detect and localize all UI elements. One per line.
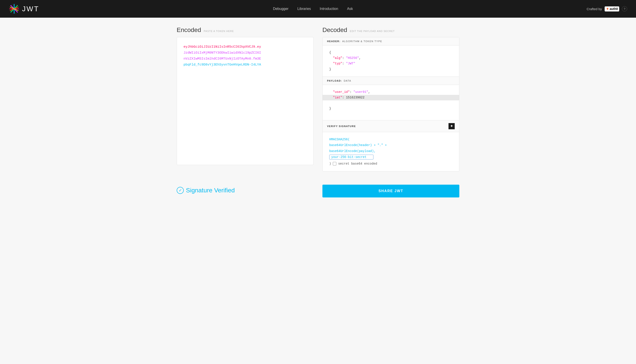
colon4: : — [342, 96, 346, 99]
colon1: : — [342, 56, 346, 60]
main-content: Encoded PASTE A TOKEN HERE eyJhbGciOiJIU… — [159, 18, 477, 180]
verify-footer: ) secret base64 encoded — [329, 161, 453, 167]
open-brace-header: { — [329, 51, 331, 54]
decoded-box: HEADER: ALGORITHM & TOKEN TYPE { "alg": … — [323, 37, 459, 172]
bottom-left: ✓ Signature Verified — [177, 180, 313, 198]
verify-body: HMACSHA256( base64UrlEncode(header) + ".… — [323, 132, 459, 171]
verify-label: VERIFY SIGNATURE — [327, 125, 356, 128]
iat-line: "iat": 1516239022 — [323, 95, 459, 100]
verify-expand-icon[interactable]: ✦ — [449, 123, 455, 129]
comma2: , — [368, 90, 370, 94]
comma1: , — [359, 56, 361, 60]
check-circle-icon: ✓ — [177, 187, 184, 194]
token-signature: pbqFld_fc9D8vYj3EhSyvnTGeHVqeLRDN-I4LYA — [183, 63, 261, 66]
user-id-key: "user_id" — [333, 90, 350, 94]
payload-body[interactable]: "user_id": "user01", "iat": 1516239022 } — [323, 85, 459, 120]
verify-section: VERIFY SIGNATURE ✦ HMACSHA256( base64Url… — [323, 120, 459, 171]
bottom-section: ✓ Signature Verified SHARE JWT — [159, 180, 477, 206]
auth0-star-icon: ✦ — [606, 7, 609, 11]
jwt-logo-icon — [9, 4, 20, 14]
colon3: : — [350, 90, 353, 94]
typ-key: "typ" — [333, 62, 342, 65]
encoded-box[interactable]: eyJhbGciOiJIUzI1NiIsInR5cCI6IkpXVCJ9.ey … — [177, 37, 313, 165]
nav-introduction[interactable]: Introduction — [320, 7, 338, 11]
iat-key: "iat" — [333, 96, 342, 99]
close-paren: ) — [329, 161, 331, 167]
hmac-line3: base64UrlEncode(payload), — [329, 148, 453, 154]
payload-label: PAYLOAD: — [327, 80, 342, 82]
token-header: eyJhbGciOiJIUzI1NiIsInR5cCI6IkpXVCJ9. — [183, 45, 257, 49]
help-button[interactable]: ? — [622, 6, 627, 12]
bottom-right: SHARE JWT — [323, 180, 459, 198]
decoded-panel: Decoded EDIT THE PAYLOAD AND SECRET HEAD… — [323, 26, 459, 172]
hmac-fn-name: HMACSHA256( — [329, 136, 453, 142]
signature-verified: ✓ Signature Verified — [177, 187, 313, 194]
encoded-panel: Encoded PASTE A TOKEN HERE eyJhbGciOiJIU… — [177, 26, 313, 172]
close-brace-payload: } — [329, 107, 331, 110]
base64-checkbox[interactable] — [333, 162, 336, 166]
secret-encoded-label: secret base64 encoded — [338, 161, 377, 167]
verify-header: VERIFY SIGNATURE ✦ — [323, 120, 459, 132]
user-id-value: "user01" — [353, 90, 368, 94]
crafted-by-label: Crafted by — [586, 7, 602, 11]
header-desc: ALGORITHM & TOKEN TYPE — [342, 40, 382, 42]
header-label: HEADER: — [327, 40, 341, 42]
hmac-secret-line — [329, 154, 453, 160]
encoded-subtitle: PASTE A TOKEN HERE — [204, 30, 234, 32]
secret-input[interactable] — [329, 155, 374, 160]
token-payload-1: JzdWIiOiIxMjM0NTY3ODkwIiwidXNlcl9pZCI6I — [183, 51, 261, 55]
iat-value: 1516239022 — [346, 96, 365, 99]
token-header-cont: ey — [257, 45, 261, 49]
nav-debugger[interactable]: Debugger — [273, 7, 288, 11]
logo: JWT — [9, 4, 39, 14]
auth0-badge: ✦ auth0 — [605, 6, 619, 12]
auth0-logo: ✦ auth0 — [605, 6, 619, 12]
nav-libraries[interactable]: Libraries — [297, 7, 311, 11]
colon2: : — [342, 62, 346, 65]
logo-text: JWT — [22, 5, 39, 13]
payload-desc: DATA — [344, 80, 351, 82]
encoded-header: Encoded PASTE A TOKEN HERE — [177, 26, 313, 34]
auth0-label: auth0 — [610, 7, 618, 10]
share-jwt-button[interactable]: SHARE JWT — [323, 185, 459, 198]
nav-right: Crafted by ✦ auth0 ? — [586, 6, 627, 12]
nav-links: Debugger Libraries Introduction Ask — [273, 7, 353, 11]
decoded-header: Decoded EDIT THE PAYLOAD AND SECRET — [323, 26, 459, 34]
token-payload-end: fm3E — [253, 57, 261, 61]
token-payload-2: nVzZXIwMSIsImlhdCI6MTUxNjIzOTAyMn0. — [183, 57, 253, 61]
decoded-title: Decoded — [323, 26, 347, 34]
hmac-line2: base64UrlEncode(header) + "." + — [329, 142, 453, 148]
alg-value: "HS256" — [346, 56, 359, 60]
alg-key: "alg" — [333, 56, 342, 60]
sig-verified-text: Signature Verified — [186, 187, 235, 194]
navbar: JWT Debugger Libraries Introduction Ask … — [0, 0, 636, 18]
encoded-title: Encoded — [177, 26, 201, 34]
close-brace-header: } — [329, 68, 331, 71]
typ-value: "JWT" — [346, 62, 355, 65]
nav-ask[interactable]: Ask — [347, 7, 353, 11]
payload-section-header: PAYLOAD: DATA — [323, 76, 459, 85]
header-section-header: HEADER: ALGORITHM & TOKEN TYPE — [323, 37, 459, 46]
decoded-subtitle: EDIT THE PAYLOAD AND SECRET — [350, 30, 395, 32]
header-body[interactable]: { "alg": "HS256", "typ": "JWT" } — [323, 46, 459, 76]
